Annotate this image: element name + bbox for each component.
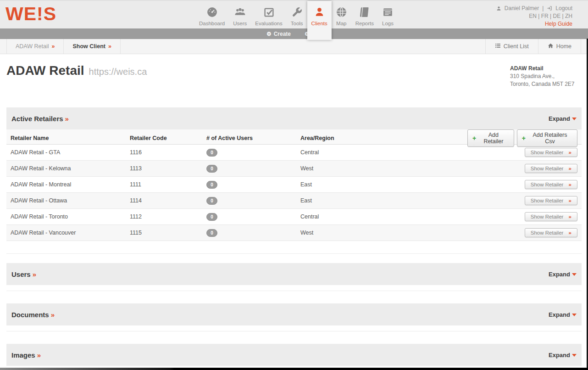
logout-link[interactable]: Logout — [555, 5, 572, 12]
retailer-region: West — [300, 165, 467, 172]
weis-logo[interactable]: WE!S — [6, 3, 56, 25]
expand-label: Expand — [549, 352, 570, 359]
active-users-badge: 0 — [206, 197, 217, 205]
lang-fr[interactable]: FR — [541, 13, 549, 19]
section-title-label: Images — [11, 351, 35, 359]
plus-icon: + — [472, 135, 476, 142]
chevron-right-icon: » — [569, 150, 571, 155]
tools-icon — [291, 6, 303, 19]
retailer-name: ADAW Retail - GTA — [11, 149, 130, 156]
reports-icon — [359, 6, 370, 19]
chevron-right-icon: » — [37, 351, 41, 359]
show-retailer-button[interactable]: Show Retailer » — [525, 228, 577, 237]
add-retailers-csv-button[interactable]: + Add Retailers Csv — [517, 129, 577, 147]
breadcrumb-client[interactable]: ADAW Retail » — [6, 39, 64, 54]
home-button[interactable]: Home — [538, 39, 581, 54]
retailer-code: 1113 — [130, 165, 206, 172]
active-users-badge: 0 — [206, 181, 217, 189]
retailer-name: ADAW Retail - Kelowna — [11, 165, 130, 172]
show-retailer-button[interactable]: Show Retailer » — [525, 196, 577, 205]
address-line1: 310 Spadina Ave., — [510, 73, 579, 80]
add-retailer-button[interactable]: + Add Retailer — [467, 129, 514, 147]
nav-item-logs[interactable]: Logs — [378, 1, 398, 29]
user-icon — [496, 5, 501, 12]
logout-icon — [547, 5, 552, 12]
breadcrumb-show-client[interactable]: Show Client » — [64, 39, 120, 54]
breadcrumb-page-label: Show Client — [72, 43, 105, 50]
documents-expand[interactable]: Expand — [549, 311, 577, 318]
retailer-table-header: Retailer Name Retailer Code # of Active … — [6, 129, 582, 145]
show-retailer-label: Show Retailer — [531, 166, 564, 171]
nav-item-evaluations[interactable]: Evaluations — [251, 1, 286, 29]
active-retailers-expand[interactable]: Expand — [549, 115, 577, 122]
section-title-label: Users — [11, 270, 31, 278]
page-title: ADAW Retailhttps://weis.ca — [6, 63, 147, 88]
breadcrumb-client-label: ADAW Retail — [16, 43, 49, 50]
client-list-button[interactable]: Client List — [485, 39, 538, 54]
caret-down-icon — [572, 118, 577, 120]
caret-down-icon — [572, 273, 577, 276]
nav-label: Logs — [382, 21, 394, 26]
map-icon — [336, 6, 347, 19]
nav-item-tools[interactable]: Tools — [287, 1, 307, 29]
show-retailer-button[interactable]: Show Retailer » — [525, 148, 577, 157]
separator: | — [562, 13, 564, 19]
users-title[interactable]: Users» — [11, 270, 36, 278]
user-bar: Daniel Palmer | Logout EN | FR | DE | ZH… — [496, 5, 572, 28]
separator: | — [550, 13, 551, 19]
nav-item-users[interactable]: Users — [229, 1, 251, 29]
section-documents: Documents» Expand — [6, 303, 582, 331]
expand-label: Expand — [549, 271, 570, 278]
chevron-right-icon: » — [569, 182, 571, 187]
col-retailer-code: Retailer Code — [130, 135, 206, 141]
retailer-code: 1115 — [130, 230, 206, 236]
chevron-right-icon: » — [569, 166, 571, 171]
help-guide-link[interactable]: Help Guide — [496, 20, 572, 28]
lang-de[interactable]: DE — [553, 13, 561, 19]
show-retailer-label: Show Retailer — [531, 150, 564, 155]
retailer-region: Central — [300, 213, 467, 220]
nav-item-dashboard[interactable]: Dashboard — [195, 1, 229, 29]
retailer-name: ADAW Retail - Montreal — [11, 181, 130, 188]
show-retailer-button[interactable]: Show Retailer » — [525, 180, 577, 189]
nav-item-clients[interactable]: Clients — [307, 1, 332, 40]
nav-item-reports[interactable]: Reports — [351, 1, 378, 29]
show-retailer-button[interactable]: Show Retailer » — [525, 164, 577, 173]
logs-icon — [382, 6, 394, 19]
images-title[interactable]: Images» — [11, 351, 41, 359]
client-website: https://weis.ca — [89, 67, 147, 77]
breadcrumb: ADAW Retail » Show Client » Client List … — [0, 39, 588, 54]
users-expand[interactable]: Expand — [549, 271, 577, 278]
address-line2: Toronto, Canada M5T 2E7 — [510, 80, 579, 88]
retailer-region: Central — [300, 149, 467, 156]
active-users-badge: 0 — [206, 213, 217, 221]
chevron-right-icon: » — [569, 198, 571, 203]
show-retailer-button[interactable]: Show Retailer » — [525, 212, 577, 221]
lang-zh[interactable]: ZH — [565, 13, 572, 19]
nav-label: Users — [233, 21, 247, 26]
show-retailer-label: Show Retailer — [531, 182, 564, 187]
lang-en[interactable]: EN — [529, 13, 537, 19]
table-row: ADAW Retail - Kelowna 1113 0 West Show R… — [6, 161, 582, 177]
section-divider — [6, 325, 582, 331]
active-users-badge: 0 — [206, 149, 217, 157]
chevron-right-icon: » — [108, 43, 111, 50]
expand-label: Expand — [549, 115, 570, 122]
retailer-table-body: ADAW Retail - GTA 1116 0 Central Show Re… — [6, 145, 582, 241]
active-retailers-header: Active Retailers» Expand — [6, 107, 582, 129]
nav-label: Map — [336, 21, 346, 26]
images-expand[interactable]: Expand — [549, 352, 577, 359]
nav-item-map[interactable]: Map — [332, 1, 351, 29]
client-title-row: ADAW Retailhttps://weis.ca ADAW Retail 3… — [0, 54, 588, 88]
documents-title[interactable]: Documents» — [11, 311, 55, 319]
caret-down-icon — [572, 314, 577, 316]
retailer-region: East — [300, 181, 467, 188]
table-row: ADAW Retail - Montreal 1111 0 East Show … — [6, 177, 582, 193]
user-name[interactable]: Daniel Palmer — [505, 5, 539, 12]
table-row: ADAW Retail - Vancouver 1115 0 West Show… — [6, 225, 582, 241]
chevron-right-icon: » — [33, 270, 36, 278]
nav-label: Reports — [355, 21, 374, 26]
users-header: Users» Expand — [6, 263, 582, 285]
clients-icon — [314, 6, 325, 19]
active-retailers-title[interactable]: Active Retailers» — [11, 115, 69, 123]
